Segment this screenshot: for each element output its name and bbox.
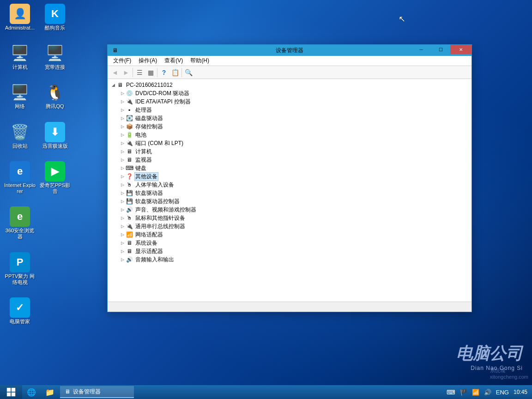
desktop-icon-6[interactable]: 🗑️回收站 (4, 122, 36, 149)
tree-node-1[interactable]: ▷🔌IDE ATA/ATAPI 控制器 (117, 97, 472, 106)
explorer-pinned[interactable]: 📁 (41, 385, 59, 399)
device-category-label: 鼠标和其他指针设备 (134, 214, 186, 222)
expand-icon[interactable]: ▷ (120, 182, 125, 187)
close-button[interactable]: ✕ (450, 45, 472, 54)
device-category-label: 软盘驱动器 (134, 189, 164, 197)
desktop-icon-4[interactable]: 🖥️网络 (4, 82, 36, 109)
device-tree[interactable]: ◢ 🖥 PC-201606211012 ▷💿DVD/CD-ROM 驱动器▷🔌ID… (108, 79, 472, 302)
desktop-icon-glyph: 🖥️ (45, 43, 65, 63)
titlebar[interactable]: 🖥 设备管理器 ─ ☐ ✕ (108, 45, 472, 56)
tree-node-2[interactable]: ▷▪处理器 (117, 106, 472, 114)
menu-1[interactable]: 操作(A) (135, 56, 161, 66)
desktop-icon-2[interactable]: 🖥️计算机 (4, 43, 36, 70)
maximize-button[interactable]: ☐ (431, 45, 450, 54)
tray-keyboard-icon[interactable]: ⌨ (447, 389, 455, 396)
minimize-button[interactable]: ─ (411, 45, 431, 54)
desktop-icon-3[interactable]: 🖥️宽带连接 (39, 43, 71, 70)
back-button[interactable]: ◄ (109, 67, 121, 78)
tray-network-icon[interactable]: 📶 (472, 389, 479, 396)
tree-node-4[interactable]: ▷📦存储控制器 (117, 122, 472, 131)
desktop-icon-label: 腾讯QQ (46, 103, 64, 109)
expand-icon[interactable]: ▷ (120, 216, 125, 220)
tree-node-16[interactable]: ▷🔌通用串行总线控制器 (117, 222, 472, 230)
expand-icon[interactable]: ▷ (120, 199, 125, 204)
expand-icon[interactable]: ▷ (120, 224, 125, 229)
expand-icon[interactable]: ▷ (120, 241, 125, 245)
tree-node-7[interactable]: ▷🖥计算机 (117, 147, 472, 156)
device-category-label: 软盘驱动器控制器 (134, 198, 181, 206)
tree-node-18[interactable]: ▷🖥系统设备 (117, 239, 472, 247)
tree-node-0[interactable]: ▷💿DVD/CD-ROM 驱动器 (117, 89, 472, 97)
tree-node-20[interactable]: ▷🔊音频输入和输出 (117, 255, 472, 264)
expand-icon[interactable]: ▷ (120, 99, 125, 104)
expand-icon[interactable]: ▷ (120, 108, 125, 112)
desktop-icon-12[interactable]: PPPTV聚力 网络电视 (4, 252, 36, 285)
expand-icon[interactable]: ▷ (120, 91, 125, 96)
tray-flag-icon[interactable]: 🏴 (460, 389, 467, 396)
desktop-icon-7[interactable]: ⬇迅雷极速版 (39, 122, 71, 149)
desktop-icon-5[interactable]: 🐧腾讯QQ (39, 82, 71, 109)
scan-hardware-button[interactable]: 🔍 (183, 67, 194, 78)
menu-2[interactable]: 查看(V) (161, 56, 187, 66)
expand-icon[interactable]: ▷ (120, 166, 125, 170)
tray-volume-icon[interactable]: 🔊 (484, 389, 491, 396)
action-button[interactable]: 📋 (169, 67, 181, 78)
collapse-icon[interactable]: ◢ (110, 83, 116, 87)
tray-clock[interactable]: 10:45 (514, 389, 527, 395)
expand-icon[interactable]: ▷ (120, 207, 125, 212)
mouse-cursor: ↖ (399, 14, 405, 24)
expand-icon[interactable]: ▷ (120, 124, 125, 129)
tree-node-15[interactable]: ▷🖱鼠标和其他指针设备 (117, 214, 472, 222)
desktop-icon-8[interactable]: eInternet Explorer (4, 161, 36, 194)
expand-icon[interactable]: ▷ (120, 174, 125, 179)
tree-node-8[interactable]: ▷🖥监视器 (117, 156, 472, 164)
expand-icon[interactable]: ▷ (120, 141, 125, 145)
tree-node-6[interactable]: ▷🔌端口 (COM 和 LPT) (117, 139, 472, 147)
help-button[interactable]: ? (158, 67, 169, 78)
expand-icon[interactable]: ▷ (120, 133, 125, 137)
tree-node-5[interactable]: ▷🔋电池 (117, 131, 472, 139)
desktop-icon-1[interactable]: K酷狗音乐 (39, 4, 71, 31)
tree-root[interactable]: ◢ 🖥 PC-201606211012 (108, 81, 472, 89)
tree-node-14[interactable]: ▷🔊声音、视频和游戏控制器 (117, 206, 472, 214)
desktop-icon-glyph: e (10, 161, 30, 181)
expand-icon[interactable]: ▷ (120, 191, 125, 195)
desktop-icon-glyph: e (10, 206, 30, 227)
device-category-label: 网络适配器 (134, 231, 164, 239)
tree-node-10[interactable]: ▷❓其他设备 (117, 172, 472, 181)
tray-ime[interactable]: ENG (496, 389, 509, 396)
expand-icon[interactable]: ▷ (120, 232, 125, 237)
start-button[interactable] (0, 385, 22, 399)
device-category-icon: 💽 (125, 115, 133, 122)
menu-0[interactable]: 文件(F) (109, 56, 135, 66)
tree-node-3[interactable]: ▷💽磁盘驱动器 (117, 114, 472, 122)
expand-icon[interactable]: ▷ (120, 149, 125, 154)
device-category-label: IDE ATA/ATAPI 控制器 (134, 98, 192, 106)
desktop-icon-glyph: 👤 (10, 4, 30, 24)
desktop-icon-9[interactable]: ▶爱奇艺PPS影音 (39, 161, 71, 194)
desktop-icon-14[interactable]: ✓电脑管家 (4, 297, 36, 325)
device-category-label: 端口 (COM 和 LPT) (134, 139, 184, 147)
properties-button[interactable]: ▦ (145, 67, 156, 78)
desktop-icon-10[interactable]: e360安全浏览器 (4, 206, 36, 240)
menu-3[interactable]: 帮助(H) (187, 56, 213, 66)
tree-node-17[interactable]: ▷📶网络适配器 (117, 230, 472, 239)
expand-icon[interactable]: ▷ (120, 249, 125, 254)
forward-button[interactable]: ► (121, 67, 132, 78)
expand-icon[interactable]: ▷ (120, 157, 125, 162)
show-hidden-button[interactable]: ☰ (134, 67, 145, 78)
corner-brand: 系统城 xitongcheng.com (490, 367, 528, 380)
desktop-icon-0[interactable]: 👤Administrat... (4, 4, 36, 31)
expand-icon[interactable]: ▷ (120, 116, 125, 121)
tree-node-11[interactable]: ▷🖱人体学输入设备 (117, 181, 472, 189)
desktop-icon-label: 网络 (15, 103, 25, 109)
expand-icon[interactable]: ▷ (120, 257, 125, 262)
ie-pinned[interactable]: 🌐 (22, 385, 41, 399)
tree-node-12[interactable]: ▷💾软盘驱动器 (117, 189, 472, 197)
taskbar-active-app[interactable]: 🖥 设备管理器 (60, 386, 134, 398)
tree-node-13[interactable]: ▷💾软盘驱动器控制器 (117, 197, 472, 206)
tree-node-19[interactable]: ▷🖥显示适配器 (117, 247, 472, 255)
tree-node-9[interactable]: ▷⌨键盘 (117, 164, 472, 172)
desktop-icon-label: 酷狗音乐 (45, 25, 65, 31)
device-category-icon: 🔊 (125, 206, 133, 213)
